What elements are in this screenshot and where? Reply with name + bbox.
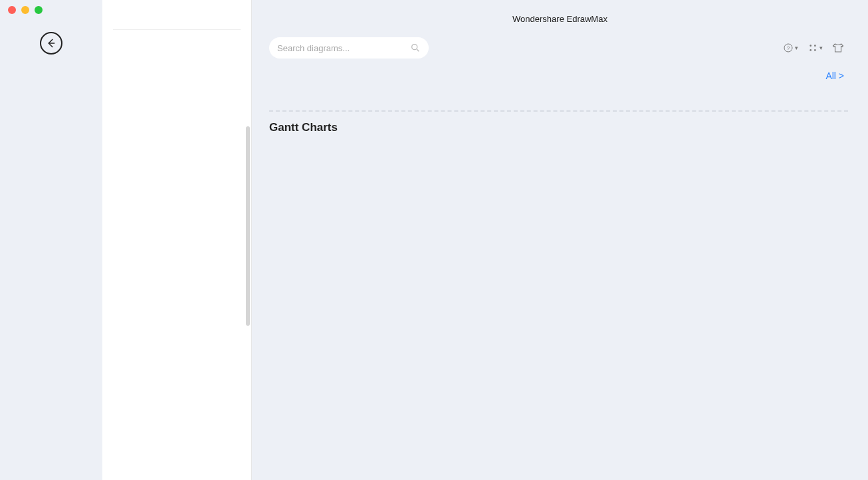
window-controls [0,0,102,20]
arrow-left-icon [45,37,57,49]
back-button[interactable] [40,32,62,55]
search-icon [410,43,421,53]
left-menu-bottom [0,473,102,480]
svg-point-4 [814,45,816,47]
all-link-row: All > [252,59,868,81]
search-placeholder: Search diagrams... [277,43,350,53]
scrollbar[interactable] [246,126,250,326]
app-title-bar: Wondershare EdrawMax [252,0,868,37]
svg-point-3 [810,45,812,47]
back-button-container [0,20,102,66]
maximize-window-icon[interactable] [35,6,43,14]
all-link[interactable]: All > [825,70,844,81]
toolbar-row: Search diagrams... ? ▾ ▾ [252,37,868,59]
section-title: Gantt Charts [252,121,868,134]
app-title: Wondershare EdrawMax [512,14,607,24]
divider [113,29,241,30]
shirt-button[interactable] [832,42,844,54]
shirt-icon [832,42,844,54]
svg-point-5 [810,49,812,51]
header-right-controls: ? ▾ ▾ [783,42,844,54]
svg-point-6 [814,49,816,51]
left-sidebar [0,0,102,480]
svg-point-0 [412,45,417,50]
divider [269,110,848,112]
help-icon: ? [783,43,794,53]
main-area: Wondershare EdrawMax Search diagrams... … [252,0,868,480]
help-button[interactable]: ? ▾ [783,43,798,53]
template-cards [252,81,868,90]
svg-text:?: ? [787,45,790,51]
close-window-icon[interactable] [8,6,16,14]
apps-button[interactable]: ▾ [808,43,823,53]
category-sidebar [102,0,252,480]
apps-icon [808,43,818,53]
minimize-window-icon[interactable] [21,6,29,14]
search-input[interactable]: Search diagrams... [269,37,429,59]
